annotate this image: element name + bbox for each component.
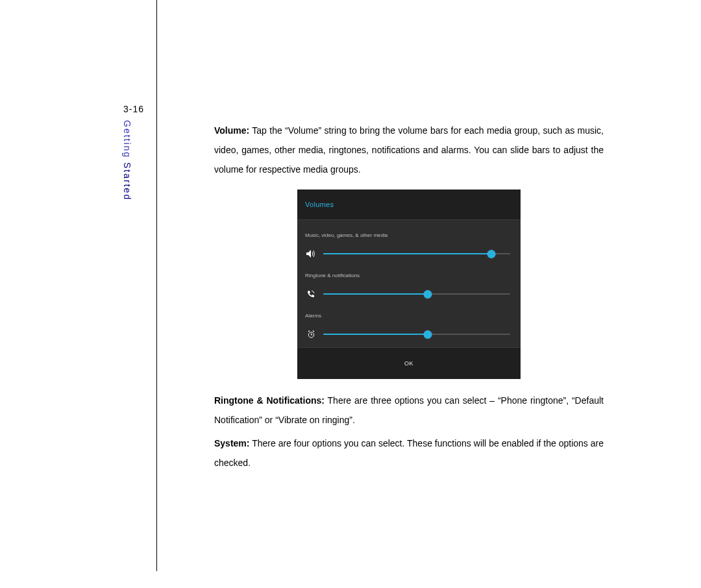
volume-row-alarms	[305, 329, 513, 339]
ok-button[interactable]: OK	[297, 347, 521, 379]
section-title-word1: Getting	[122, 120, 132, 158]
section-title-word2: Started	[122, 162, 132, 201]
slider-fill	[323, 253, 491, 254]
volume-group-alarms: Alarms	[297, 300, 521, 347]
label-volume: Volume:	[214, 125, 249, 136]
para-volume: Volume: Tap the “Volume” string to bring…	[214, 121, 604, 179]
text-system: There are four options you can select. T…	[214, 438, 604, 468]
speaker-icon	[305, 250, 317, 258]
page-number: 3-16	[123, 104, 144, 114]
section-title-vertical: Getting Started	[122, 120, 132, 201]
para-ringtone: Ringtone & Notifications: There are thre…	[214, 391, 604, 430]
label-ringtone: Ringtone & Notifications:	[214, 395, 325, 406]
volume-label-ringtone: Ringtone & notifications	[305, 266, 513, 286]
slider-thumb[interactable]	[424, 290, 432, 299]
slider-fill	[323, 334, 428, 335]
content-column: Volume: Tap the “Volume” string to bring…	[214, 121, 604, 476]
volume-group-ringtone: Ringtone & notifications	[297, 260, 521, 300]
label-system: System:	[214, 438, 249, 448]
volumes-dialog: Volumes Music, video, games, & other med…	[297, 190, 521, 379]
volume-group-media: Music, video, games, & other media	[297, 220, 521, 260]
alarm-icon	[305, 330, 317, 338]
slider-thumb[interactable]	[487, 250, 496, 258]
volume-row-media	[305, 249, 513, 259]
volume-slider-ringtone[interactable]	[323, 289, 510, 299]
slider-thumb[interactable]	[424, 330, 432, 339]
volume-slider-media[interactable]	[323, 249, 510, 259]
manual-page: 3-16 Getting Started Volume: Tap the “Vo…	[0, 0, 701, 588]
slider-fill	[323, 293, 428, 295]
phone-icon	[305, 290, 317, 298]
volume-label-media: Music, video, games, & other media	[305, 226, 513, 245]
volume-row-ringtone	[305, 289, 513, 299]
volume-slider-alarms[interactable]	[323, 329, 510, 339]
text-volume: Tap the “Volume” string to bring the vol…	[214, 125, 604, 175]
para-system: System: There are four options you can s…	[214, 434, 604, 472]
vertical-rule	[156, 0, 157, 571]
volumes-dialog-title: Volumes	[297, 190, 521, 220]
volume-label-alarms: Alarms	[305, 306, 513, 326]
